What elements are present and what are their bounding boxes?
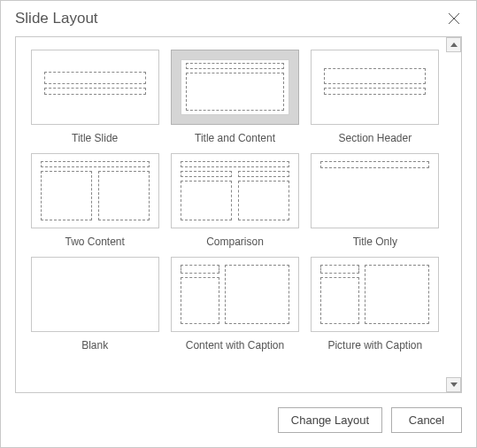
layout-option-section-header[interactable]: Section Header xyxy=(309,50,442,144)
layout-thumb xyxy=(311,257,439,332)
layout-label: Title Only xyxy=(353,236,397,248)
layout-option-title-only[interactable]: Title Only xyxy=(309,153,442,248)
layout-option-two-content[interactable]: Two Content xyxy=(28,153,161,248)
layout-label: Content with Caption xyxy=(186,339,284,351)
scroll-up-button[interactable] xyxy=(446,37,461,52)
layout-label: Two Content xyxy=(65,236,124,248)
close-button[interactable] xyxy=(441,8,467,29)
layout-list: Title Slide Title and Content Sect xyxy=(15,36,462,393)
close-icon xyxy=(448,12,460,25)
titlebar: Slide Layout xyxy=(1,1,476,36)
svg-marker-3 xyxy=(450,382,458,387)
layout-thumb xyxy=(171,50,299,125)
chevron-up-icon xyxy=(450,42,458,47)
layout-label: Title and Content xyxy=(195,132,275,144)
layout-label: Section Header xyxy=(338,132,412,144)
layout-option-comparison[interactable]: Comparison xyxy=(168,153,301,248)
layout-label: Title Slide xyxy=(72,132,118,144)
scroll-down-button[interactable] xyxy=(446,377,461,392)
layout-option-blank[interactable]: Blank xyxy=(28,257,161,351)
layout-option-content-with-caption[interactable]: Content with Caption xyxy=(168,257,301,351)
layout-inner xyxy=(181,59,289,115)
svg-marker-2 xyxy=(450,42,458,47)
layout-option-picture-with-caption[interactable]: Picture with Caption xyxy=(309,257,442,351)
cancel-button[interactable]: Cancel xyxy=(391,407,462,433)
chevron-down-icon xyxy=(450,382,458,387)
dialog-footer: Change Layout Cancel xyxy=(1,400,476,447)
layout-thumb xyxy=(171,153,299,228)
layout-option-title-slide[interactable]: Title Slide xyxy=(28,50,161,144)
slide-layout-dialog: Slide Layout Title Slide xyxy=(0,0,477,448)
layout-thumb xyxy=(31,50,159,125)
layout-thumb xyxy=(311,153,439,228)
layout-grid: Title Slide Title and Content Sect xyxy=(28,50,442,351)
change-layout-button[interactable]: Change Layout xyxy=(278,407,382,433)
layout-label: Picture with Caption xyxy=(327,339,422,351)
layout-thumb xyxy=(31,153,159,228)
layout-thumb xyxy=(171,257,299,332)
dialog-title: Slide Layout xyxy=(15,10,98,27)
layout-label: Blank xyxy=(81,339,108,351)
layout-option-title-and-content[interactable]: Title and Content xyxy=(168,50,301,144)
layout-label: Comparison xyxy=(206,236,264,248)
layout-thumb xyxy=(31,257,159,332)
layout-thumb xyxy=(311,50,439,125)
